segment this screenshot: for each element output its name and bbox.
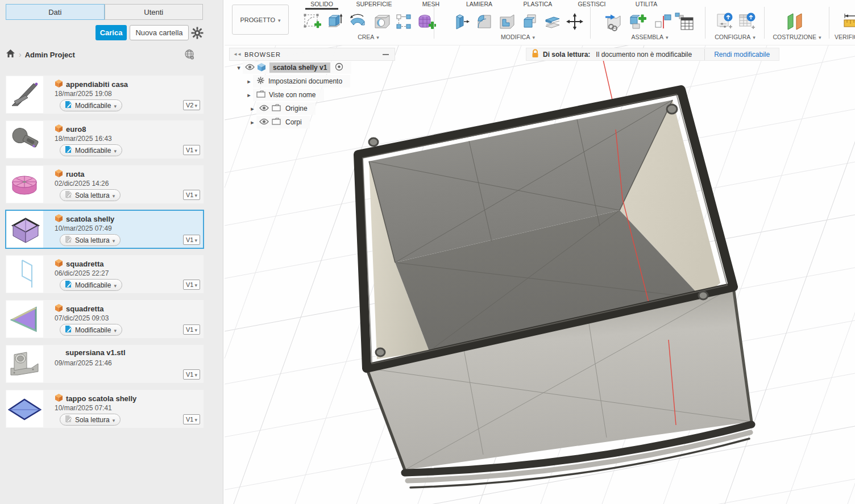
construction-plane-button[interactable] [782, 10, 807, 34]
fusion-window: Dati Utenti Carica Nuova cartella [0, 0, 855, 504]
folder-icon [272, 118, 281, 127]
box-model[interactable] [358, 90, 752, 488]
chevron-right-icon[interactable] [248, 105, 256, 113]
project-item[interactable]: squadretta 07/dic/2025 09:03 Modificabil… [6, 300, 204, 338]
access-pill[interactable]: Modificabile [60, 99, 122, 111]
version-badge[interactable]: V1 [183, 369, 200, 380]
minimize-panel-icon[interactable] [383, 54, 389, 55]
project-item-selected[interactable]: scatola shelly 10/mar/2025 07:49 Sola le… [6, 210, 204, 248]
measure-button[interactable] [841, 10, 855, 34]
settings-gear-icon[interactable] [190, 26, 204, 40]
version-badge[interactable]: V2 [183, 100, 200, 110]
group-label-costruzione[interactable]: COSTRUZIONE [773, 34, 821, 40]
version-badge[interactable]: V1 [183, 190, 200, 200]
offset-face-button[interactable] [542, 10, 563, 34]
caret-down-icon [113, 191, 115, 199]
caret-down-icon [114, 281, 117, 289]
configure-button[interactable] [713, 10, 735, 34]
ribbon-tab-utilita[interactable]: UTILITA [636, 1, 657, 7]
ribbon-tab-lamiera[interactable]: LAMIERA [466, 1, 492, 7]
group-label-assembla[interactable]: ASSEMBLA [631, 34, 668, 40]
browser-node-row[interactable]: Corpi [229, 115, 395, 129]
configuration-table-button[interactable] [736, 10, 758, 34]
project-dropdown-button[interactable]: PROGETTO [232, 5, 289, 35]
model-viewport[interactable]: BROWSER scatola shelly v1 [225, 45, 855, 504]
folder-icon [256, 90, 265, 99]
combine-button[interactable] [519, 10, 541, 34]
caret-down-icon [376, 34, 379, 40]
browser-node-row[interactable]: Impostazioni documento [229, 74, 395, 88]
project-item[interactable]: appendiabiti casa 18/mar/2025 19:08 Modi… [6, 76, 204, 114]
joint-button[interactable] [651, 10, 673, 34]
browser-node-label: Viste con nome [269, 91, 316, 99]
chevron-right-icon[interactable] [245, 91, 253, 99]
home-icon[interactable] [6, 49, 15, 60]
item-title: squadretta [55, 259, 103, 269]
visibility-eye-icon[interactable] [259, 105, 269, 113]
chevron-right-icon[interactable] [245, 78, 253, 85]
press-pull-button[interactable] [451, 10, 472, 34]
group-label-modifica[interactable]: MODIFICA [501, 34, 535, 40]
move-button[interactable] [564, 10, 586, 34]
access-pill[interactable]: Modificabile [60, 144, 122, 156]
visibility-eye-icon[interactable] [245, 64, 255, 72]
pattern-button[interactable] [393, 10, 414, 34]
tab-dati[interactable]: Dati [6, 4, 105, 20]
make-editable-link[interactable]: Rendi modificabile [704, 49, 779, 60]
group-label-verifica[interactable]: VERIFICA [835, 34, 855, 40]
browser-node-row[interactable]: Viste con nome [229, 88, 395, 102]
access-pill[interactable]: Sola lettura [60, 189, 121, 201]
revolve-button[interactable] [347, 10, 368, 34]
access-pill[interactable]: Modificabile [60, 324, 122, 336]
insert-derive-button[interactable] [603, 10, 624, 34]
access-pill[interactable]: Sola lettura [60, 234, 121, 246]
browser-root-label[interactable]: scatola shelly v1 [269, 63, 330, 73]
browser-node-row[interactable]: Origine [229, 102, 395, 115]
new-folder-button[interactable]: Nuova cartella [130, 25, 189, 40]
globe-icon[interactable] [184, 49, 195, 63]
shell-button[interactable] [496, 10, 518, 34]
ribbon-tab-solido[interactable]: SOLIDO [310, 1, 333, 7]
hole-button[interactable] [371, 10, 393, 34]
project-item[interactable]: euro8 18/mar/2025 16:43 Modificabile V1 [6, 120, 204, 159]
group-label-crea[interactable]: CREA [358, 34, 379, 40]
browser-root-row[interactable]: scatola shelly v1 [229, 61, 395, 74]
project-item[interactable]: ruota 02/dic/2025 14:26 Sola lettura V1 [6, 165, 204, 203]
toolbar-divider [590, 7, 591, 39]
create-mesh-button[interactable] [416, 10, 438, 34]
version-badge[interactable]: V1 [183, 414, 200, 424]
version-badge[interactable]: V1 [183, 324, 200, 335]
chevron-right-icon[interactable] [248, 119, 256, 126]
project-item[interactable]: tappo scatola shelly 10/mar/2025 07:41 S… [6, 390, 204, 428]
create-sketch-button[interactable] [301, 10, 323, 34]
component-cube-icon [55, 303, 63, 314]
visibility-eye-icon[interactable] [259, 118, 269, 127]
access-pill[interactable]: Modificabile [60, 279, 122, 291]
bom-table-button[interactable] [674, 10, 695, 34]
ribbon-tab-superficie[interactable]: SUPERFICIE [356, 1, 392, 7]
upload-button[interactable]: Carica [96, 25, 127, 40]
ribbon-tab-gestisci[interactable]: GESTISCI [578, 1, 605, 7]
version-badge[interactable]: V1 [183, 145, 200, 155]
caret-down-icon [666, 34, 669, 40]
fillet-button[interactable] [474, 10, 495, 34]
ribbon-tab-plastica[interactable]: PLASTICA [524, 1, 553, 7]
group-label-configura[interactable]: CONFIGURA [715, 34, 756, 40]
tab-utenti[interactable]: Utenti [105, 4, 204, 20]
ribbon-tab-mesh[interactable]: MESH [422, 1, 439, 7]
project-item[interactable]: squadretta 06/dic/2025 22:27 Modificabil… [6, 255, 204, 293]
browser-header[interactable]: BROWSER [229, 48, 395, 61]
browser-panel: BROWSER scatola shelly v1 [229, 48, 395, 129]
caret-down-icon [194, 416, 197, 423]
version-badge[interactable]: V1 [183, 235, 200, 245]
collapse-panel-icon[interactable] [230, 52, 244, 57]
new-component-button[interactable] [626, 10, 648, 34]
extrude-button[interactable] [324, 10, 346, 34]
breadcrumb-project[interactable]: Admin Project [25, 51, 75, 59]
version-badge[interactable]: V1 [183, 280, 200, 290]
thumbnail-blue-lid [6, 390, 43, 427]
project-item[interactable]: supersiana v1.stl 09/mar/2025 21:46 V1 [6, 345, 204, 383]
access-pill[interactable]: Sola lettura [60, 414, 121, 426]
activate-component-icon[interactable] [335, 63, 343, 73]
chevron-down-icon[interactable] [235, 64, 243, 72]
